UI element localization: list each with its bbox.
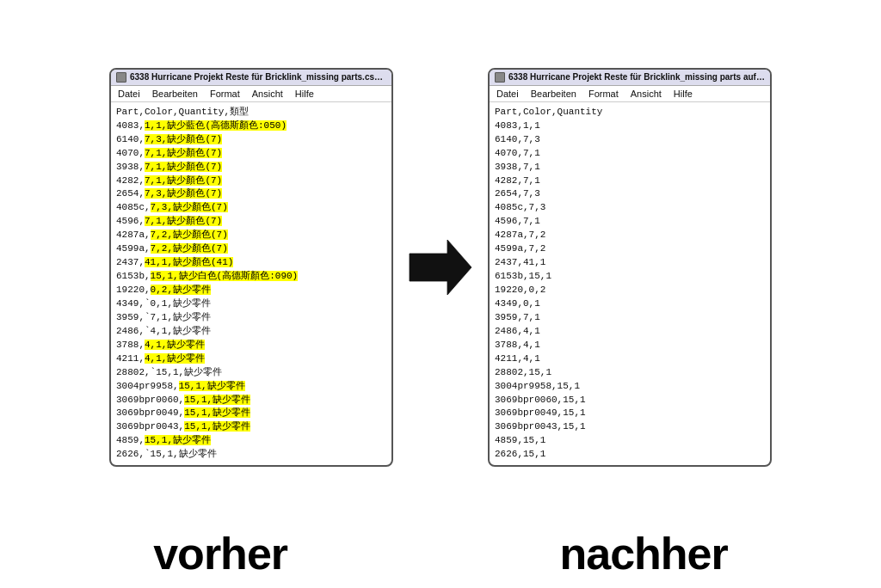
line-item: 3069bpr0043,15,1: [495, 420, 765, 434]
highlighted-text: 15,1,缺少零件: [179, 381, 245, 391]
line-item: 2486,`4,1,缺少零件: [116, 325, 386, 339]
line-item: 3004pr9958,15,1,缺少零件: [116, 380, 386, 394]
line-item: 6153b,15,1: [495, 270, 765, 284]
window-icon-before: [116, 72, 126, 83]
highlighted-text: 41,1,缺少顏色(41): [145, 257, 233, 267]
after-window: 6338 Hurricane Projekt Reste für Brickli…: [488, 68, 772, 467]
line-item: 4282,7,1: [495, 175, 765, 188]
line-item: 3069bpr0049,15,1: [495, 407, 765, 420]
highlighted-text: 7,3,缺少顏色(7): [151, 202, 228, 212]
line-item: 4287a,7,2,缺少顏色(7): [116, 229, 386, 242]
line-item: 4599a,7,2,缺少顏色(7): [116, 242, 386, 256]
line-item: 4070,7,1: [495, 147, 765, 161]
line-item: Part,Color,Quantity,類型: [116, 106, 386, 119]
main-layout: 6338 Hurricane Projekt Reste für Brickli…: [0, 0, 881, 519]
menu-format-after[interactable]: Format: [587, 88, 620, 100]
line-item: 3959,`7,1,缺少零件: [116, 311, 386, 325]
highlighted-text: 4,1,缺少零件: [145, 340, 205, 350]
line-item: 3069bpr0049,15,1,缺少零件: [116, 407, 386, 420]
line-item: 6140,7,3: [495, 133, 765, 147]
menu-ansicht-after[interactable]: Ansicht: [629, 88, 663, 100]
line-item: 4599a,7,2: [495, 242, 765, 256]
bottom-labels: vorher nachher: [0, 519, 881, 588]
line-item: 4083,1,1,缺少藍色(高德斯顏色:050): [116, 119, 386, 133]
line-item: 2486,4,1: [495, 325, 765, 339]
line-item: 3959,7,1: [495, 311, 765, 325]
highlighted-text: 7,1,缺少顏色(7): [145, 216, 222, 226]
line-item: 4859,15,1: [495, 434, 765, 448]
line-item: 3069bpr0060,15,1: [495, 394, 765, 407]
highlighted-text: 7,1,缺少顏色(7): [145, 175, 222, 186]
highlighted-text: 7,2,缺少顏色(7): [151, 243, 228, 254]
window-icon-after: [495, 72, 505, 83]
after-menubar[interactable]: Datei Bearbeiten Format Ansicht Hilfe: [490, 86, 770, 102]
highlighted-text: 7,1,缺少顏色(7): [145, 162, 222, 172]
line-item: 4859,15,1,缺少零件: [116, 434, 386, 448]
label-nachher: nachher: [559, 528, 727, 579]
after-titlebar: 6338 Hurricane Projekt Reste für Brickli…: [490, 70, 770, 86]
line-item: 19220,0,2: [495, 284, 765, 297]
highlighted-text: 7,3,缺少顏色(7): [145, 134, 222, 144]
before-titlebar: 6338 Hurricane Projekt Reste für Brickli…: [111, 70, 391, 86]
line-item: 3938,7,1,缺少顏色(7): [116, 161, 386, 175]
line-item: 3938,7,1: [495, 161, 765, 175]
svg-marker-0: [410, 240, 471, 295]
line-item: 3004pr9958,15,1: [495, 380, 765, 394]
highlighted-text: 15,1,缺少零件: [184, 421, 250, 432]
line-item: 3788,4,1: [495, 339, 765, 352]
highlighted-text: 7,2,缺少顏色(7): [151, 230, 228, 240]
line-item: 2437,41,1,缺少顏色(41): [116, 256, 386, 270]
line-item: 28802,15,1: [495, 366, 765, 380]
before-window: 6338 Hurricane Projekt Reste für Brickli…: [109, 68, 393, 467]
highlighted-text: 15,1,缺少零件: [145, 435, 211, 445]
menu-bearbeiten-before[interactable]: Bearbeiten: [151, 88, 200, 100]
line-item: 3069bpr0060,15,1,缺少零件: [116, 394, 386, 407]
after-content: Part,Color,Quantity4083,1,16140,7,34070,…: [490, 102, 770, 465]
line-item: 19220,0,2,缺少零件: [116, 284, 386, 297]
line-item: 2654,7,3: [495, 187, 765, 201]
highlighted-text: 7,1,缺少顏色(7): [145, 148, 222, 158]
highlighted-text: 4,1,缺少零件: [145, 353, 205, 364]
line-item: 6153b,15,1,缺少白色(高德斯顏色:090): [116, 270, 386, 284]
highlighted-text: 15,1,缺少白色(高德斯顏色:090): [151, 271, 299, 281]
highlighted-text: 1,1,缺少藍色(高德斯顏色:050): [145, 120, 286, 131]
menu-datei-after[interactable]: Datei: [495, 88, 521, 100]
before-content: Part,Color,Quantity,類型4083,1,1,缺少藍色(高德斯顏…: [111, 102, 391, 465]
highlighted-text: 0,2,缺少零件: [151, 285, 211, 295]
menu-hilfe-after[interactable]: Hilfe: [672, 88, 694, 100]
highlighted-text: 15,1,缺少零件: [184, 395, 250, 405]
line-item: 4287a,7,2: [495, 229, 765, 242]
line-item: 4596,7,1: [495, 215, 765, 229]
menu-ansicht-before[interactable]: Ansicht: [250, 88, 285, 100]
line-item: 2654,7,3,缺少顏色(7): [116, 187, 386, 201]
menu-bearbeiten-after[interactable]: Bearbeiten: [529, 88, 578, 100]
line-item: 6140,7,3,缺少顏色(7): [116, 133, 386, 147]
menu-format-before[interactable]: Format: [208, 88, 242, 100]
line-item: 4349,0,1: [495, 297, 765, 311]
line-item: 3788,4,1,缺少零件: [116, 339, 386, 352]
line-item: 4282,7,1,缺少顏色(7): [116, 175, 386, 188]
menu-hilfe-before[interactable]: Hilfe: [293, 88, 316, 100]
label-vorher: vorher: [153, 528, 287, 579]
line-item: 4349,`0,1,缺少零件: [116, 297, 386, 311]
highlighted-text: 7,3,缺少顏色(7): [145, 188, 222, 199]
line-item: 4083,1,1: [495, 119, 765, 133]
before-menubar[interactable]: Datei Bearbeiten Format Ansicht Hilfe: [111, 86, 391, 102]
line-item: 28802,`15,1,缺少零件: [116, 366, 386, 380]
line-item: 4085c,7,3: [495, 201, 765, 215]
line-item: 2437,41,1: [495, 256, 765, 270]
arrow-icon: [406, 233, 475, 302]
line-item: 4085c,7,3,缺少顏色(7): [116, 201, 386, 215]
line-item: 2626,`15,1,缺少零件: [116, 448, 386, 462]
menu-datei-before[interactable]: Datei: [116, 88, 142, 100]
line-item: 2626,15,1: [495, 448, 765, 462]
arrow-container: [402, 233, 479, 302]
line-item: Part,Color,Quantity: [495, 106, 765, 119]
line-item: 4596,7,1,缺少顏色(7): [116, 215, 386, 229]
after-title: 6338 Hurricane Projekt Reste für Brickli…: [508, 72, 765, 82]
line-item: 3069bpr0043,15,1,缺少零件: [116, 420, 386, 434]
line-item: 4211,4,1: [495, 352, 765, 366]
line-item: 4070,7,1,缺少顏色(7): [116, 147, 386, 161]
line-item: 4211,4,1,缺少零件: [116, 352, 386, 366]
highlighted-text: 15,1,缺少零件: [184, 407, 250, 418]
